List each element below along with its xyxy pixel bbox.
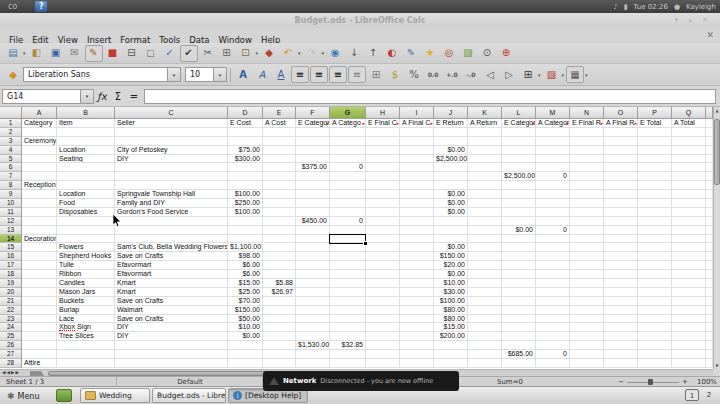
cell-I19[interactable]	[400, 279, 434, 288]
cell-D21[interactable]: $70.00	[228, 297, 263, 306]
cell-L15[interactable]	[502, 243, 536, 252]
cell-F26[interactable]: $1,530.00	[296, 341, 330, 350]
column-header-O[interactable]: O	[604, 107, 638, 119]
cell-F18[interactable]	[296, 270, 330, 279]
row-header-20[interactable]: 20	[0, 288, 22, 297]
cell-N14[interactable]	[570, 235, 604, 244]
cell-L1[interactable]: E Categor▸	[502, 119, 536, 128]
cell-O9[interactable]	[604, 190, 638, 199]
cell-N7[interactable]	[570, 172, 604, 181]
panel-user[interactable]: Kayleigh	[686, 3, 716, 11]
cell-L18[interactable]	[502, 270, 536, 279]
cell-I5[interactable]	[400, 155, 434, 164]
menu-button[interactable]: ✱ Menu	[2, 389, 45, 403]
row-header-13[interactable]: 13	[0, 226, 22, 235]
cell-M14[interactable]	[536, 235, 570, 244]
undo-dropdown-icon[interactable]: ▾	[298, 50, 301, 56]
cell-I4[interactable]	[400, 146, 434, 155]
row-header-16[interactable]: 16	[0, 252, 22, 261]
cell-C25[interactable]: DIY	[115, 332, 228, 341]
align-center-button[interactable]: ≡	[310, 66, 328, 83]
cell-G12[interactable]: 0	[330, 217, 366, 226]
cell-F7[interactable]	[296, 172, 330, 181]
cell-J12[interactable]	[434, 217, 468, 226]
cell-K13[interactable]	[468, 226, 502, 235]
cell-B15[interactable]: Flowers	[57, 243, 115, 252]
cell-O8[interactable]	[604, 181, 638, 190]
cell-E20[interactable]: $26.97	[263, 288, 296, 297]
cell-x4[interactable]	[706, 146, 713, 155]
cell-O1[interactable]: A Final R▸	[604, 119, 638, 128]
cut-button[interactable]: ✂	[199, 45, 217, 62]
cell-O27[interactable]	[604, 350, 638, 359]
cell-B22[interactable]: Burlap	[57, 306, 115, 315]
cell-A11[interactable]	[22, 208, 57, 217]
cell-G6[interactable]: 0	[330, 163, 366, 172]
cell-K28[interactable]	[468, 359, 502, 368]
cell-C3[interactable]	[115, 137, 228, 146]
cell-D12[interactable]	[228, 217, 263, 226]
cell-M17[interactable]	[536, 261, 570, 270]
cell-C11[interactable]: Gordon's Food Service	[115, 208, 228, 217]
cell-x25[interactable]	[706, 332, 713, 341]
cell-D25[interactable]: $0.00	[228, 332, 263, 341]
cell-G2[interactable]	[330, 128, 366, 137]
decrease-indent-button[interactable]: ◁	[481, 66, 499, 83]
zoom-level[interactable]: 100%	[697, 378, 717, 386]
cell-O19[interactable]	[604, 279, 638, 288]
cell-P11[interactable]	[638, 208, 672, 217]
cell-K23[interactable]	[468, 315, 502, 324]
cell-K15[interactable]	[468, 243, 502, 252]
cell-O3[interactable]	[604, 137, 638, 146]
cell-O16[interactable]	[604, 252, 638, 261]
cell-x3[interactable]	[706, 137, 713, 146]
cell-K11[interactable]	[468, 208, 502, 217]
cell-L5[interactable]	[502, 155, 536, 164]
cell-I7[interactable]	[400, 172, 434, 181]
cell-G5[interactable]	[330, 155, 366, 164]
cell-J18[interactable]: $0.00	[434, 270, 468, 279]
cell-G3[interactable]	[330, 137, 366, 146]
cell-x16[interactable]	[706, 252, 713, 261]
redo-dropdown-icon[interactable]: ▾	[322, 50, 325, 56]
cell-L21[interactable]	[502, 297, 536, 306]
cell-N16[interactable]	[570, 252, 604, 261]
row-header-8[interactable]: 8	[0, 181, 22, 190]
cell-H5[interactable]	[366, 155, 400, 164]
cell-C5[interactable]: DIY	[115, 155, 228, 164]
insert-chart-button[interactable]: ◐	[383, 45, 401, 62]
undo-button[interactable]: ↶	[279, 45, 297, 62]
cell-H23[interactable]	[366, 315, 400, 324]
cell-G24[interactable]	[330, 323, 366, 332]
row-header-14[interactable]: 14	[0, 235, 22, 244]
cell-K25[interactable]	[468, 332, 502, 341]
cell-J11[interactable]: $0.00	[434, 208, 468, 217]
cell-E14[interactable]	[263, 235, 296, 244]
cell-E10[interactable]	[263, 199, 296, 208]
column-header-G[interactable]: G	[330, 107, 366, 119]
cell-L23[interactable]	[502, 315, 536, 324]
cell-N8[interactable]	[570, 181, 604, 190]
chevron-down-icon[interactable]: ▾	[80, 90, 93, 103]
cell-I6[interactable]	[400, 163, 434, 172]
cell-x1[interactable]	[706, 119, 713, 128]
cell-A16[interactable]	[22, 252, 57, 261]
scroll-up-icon[interactable]: ▲	[714, 107, 720, 114]
cell-A13[interactable]	[22, 226, 57, 235]
cell-G11[interactable]	[330, 208, 366, 217]
task-budget[interactable]: Budget.ods - LibreO...	[152, 388, 226, 403]
cell-Q15[interactable]	[672, 243, 706, 252]
cell-C16[interactable]: Save on Crafts	[115, 252, 228, 261]
cell-P21[interactable]	[638, 297, 672, 306]
cell-L27[interactable]: $685.00	[502, 350, 536, 359]
window-buttons[interactable]: ▾ ▴ ✕	[675, 16, 712, 24]
cell-O6[interactable]	[604, 163, 638, 172]
row-header-27[interactable]: 27	[0, 350, 22, 359]
cell-A6[interactable]	[22, 163, 57, 172]
align-right-button[interactable]: ≡	[329, 66, 347, 83]
document-as-email-button[interactable]: ✉	[66, 45, 84, 62]
cell-P22[interactable]	[638, 306, 672, 315]
cell-G9[interactable]	[330, 190, 366, 199]
cell-P5[interactable]	[638, 155, 672, 164]
cell-K5[interactable]	[468, 155, 502, 164]
